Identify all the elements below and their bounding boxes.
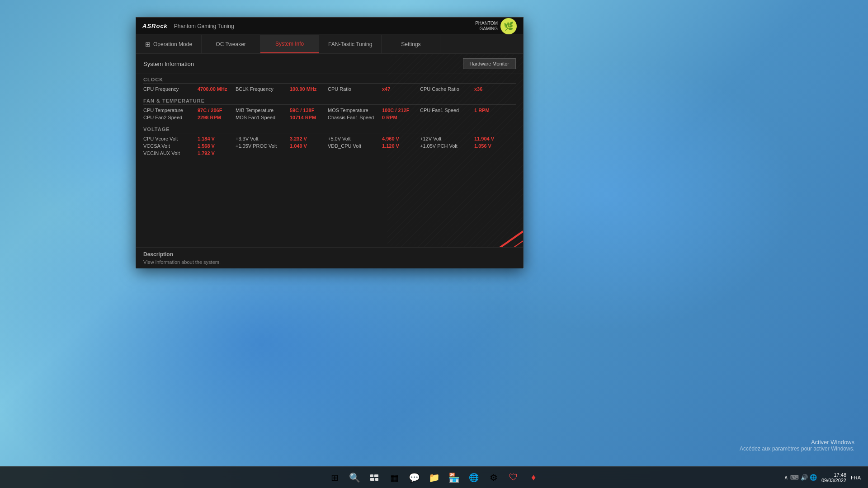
cpu-ratio-value: x47 bbox=[382, 86, 418, 92]
vdd-cpu-value: 1.120 V bbox=[382, 143, 418, 149]
tab-operation-mode[interactable]: ⊞ Operation Mode bbox=[136, 35, 202, 53]
phantom-icon: 🌿 bbox=[500, 18, 517, 34]
v50-label: +5.0V Volt bbox=[328, 136, 382, 141]
v50-item: +5.0V Volt 4.960 V bbox=[328, 136, 418, 141]
asrock-logo: ASRock bbox=[142, 23, 168, 29]
svg-rect-3 bbox=[375, 478, 378, 481]
svg-rect-0 bbox=[370, 474, 373, 477]
activate-line1: Activer Windows bbox=[740, 439, 854, 446]
taskbar-time: 17:48 bbox=[821, 472, 846, 478]
chat-button[interactable]: 💬 bbox=[405, 469, 423, 487]
v33-label: +3.3V Volt bbox=[236, 136, 290, 141]
cpu-temp-item: CPU Temperature 97C / 206F bbox=[143, 108, 234, 113]
taskbar-language: FRA bbox=[851, 475, 861, 480]
bclk-frequency-value: 100.00 MHz bbox=[290, 86, 326, 92]
mb-temp-item: M/B Temperature 59C / 138F bbox=[236, 108, 326, 113]
app1-button[interactable]: ⚙ bbox=[485, 469, 503, 487]
phantom-line2: GAMING bbox=[475, 26, 498, 32]
voltage-section-title: VOLTAGE bbox=[143, 127, 516, 133]
svg-rect-1 bbox=[374, 474, 378, 477]
content-area: System Information Hardware Monitor CLOC… bbox=[136, 54, 523, 268]
v105proc-label: +1.05V PROC Volt bbox=[236, 143, 290, 149]
mos-fan1-label: MOS Fan1 Speed bbox=[236, 115, 290, 120]
cpu-frequency-item: CPU Frequency 4700.00 MHz bbox=[143, 86, 234, 92]
vdd-cpu-label: VDD_CPU Volt bbox=[328, 143, 382, 149]
v33-value: 3.232 V bbox=[290, 136, 326, 141]
tab-fan-tastic-label: FAN-Tastic Tuning bbox=[328, 41, 372, 47]
clock-section-title: CLOCK bbox=[143, 77, 516, 84]
phantom-line1: PHANTOM bbox=[475, 21, 498, 26]
vccin-aux-item: VCCIN AUX Volt 1.792 V bbox=[143, 150, 234, 156]
tab-settings[interactable]: Settings bbox=[382, 35, 440, 53]
app3-button[interactable]: ♦ bbox=[524, 469, 542, 487]
mos-fan1-item: MOS Fan1 Speed 10714 RPM bbox=[236, 115, 326, 120]
voltage-section: VOLTAGE CPU Vcore Volt 1.184 V +3.3V Vol… bbox=[136, 124, 523, 160]
chassis-fan1-value: 0 RPM bbox=[382, 115, 418, 120]
cpu-vcore-item: CPU Vcore Volt 1.184 V bbox=[143, 136, 234, 141]
taskview-button[interactable] bbox=[365, 469, 383, 487]
cpu-fan1-item: CPU Fan1 Speed 1 RPM bbox=[420, 108, 510, 113]
v105pch-value: 1.056 V bbox=[474, 143, 510, 149]
cpu-vcore-label: CPU Vcore Volt bbox=[143, 136, 198, 141]
section-header: System Information Hardware Monitor bbox=[136, 54, 523, 74]
tab-system-info[interactable]: System Info bbox=[260, 35, 319, 53]
volume-icon[interactable]: 🔊 bbox=[801, 474, 808, 481]
vccsa-label: VCCSA Volt bbox=[143, 143, 198, 149]
tab-system-info-label: System Info bbox=[275, 41, 304, 47]
bclk-frequency-item: BCLK Frequency 100.00 MHz bbox=[236, 86, 326, 92]
tab-oc-tweaker-label: OC Tweaker bbox=[216, 41, 245, 47]
mos-fan1-value: 10714 RPM bbox=[290, 115, 326, 120]
cpu-vcore-value: 1.184 V bbox=[198, 136, 234, 141]
chassis-fan1-item: Chassis Fan1 Speed 0 RPM bbox=[328, 115, 418, 120]
v12-value: 11.904 V bbox=[474, 136, 510, 141]
tab-oc-tweaker[interactable]: OC Tweaker bbox=[202, 35, 260, 53]
nav-bar: ⊞ Operation Mode OC Tweaker System Info … bbox=[136, 35, 523, 54]
app-title: Phantom Gaming Tuning bbox=[174, 23, 234, 29]
fan-temp-section-title: FAN & TEMPERATURE bbox=[143, 98, 516, 105]
tray-arrow[interactable]: ∧ bbox=[784, 474, 788, 481]
store-button[interactable]: 🏪 bbox=[445, 469, 463, 487]
title-bar: ASRock Phantom Gaming Tuning PHANTOM GAM… bbox=[136, 18, 523, 35]
phantom-gaming-logo: PHANTOM GAMING 🌿 bbox=[475, 18, 517, 34]
mos-temp-value: 100C / 212F bbox=[382, 108, 418, 113]
vdd-cpu-item: VDD_CPU Volt 1.120 V bbox=[328, 143, 418, 149]
edge-button[interactable]: 🌐 bbox=[465, 469, 483, 487]
cpu-ratio-item: CPU Ratio x47 bbox=[328, 86, 418, 92]
voltage-row-2: VCCSA Volt 1.568 V +1.05V PROC Volt 1.04… bbox=[143, 142, 516, 150]
description-title: Description bbox=[143, 251, 516, 258]
network-icon[interactable]: 🌐 bbox=[810, 474, 817, 481]
chassis-fan1-label: Chassis Fan1 Speed bbox=[328, 115, 382, 120]
fan-temp-row-1: CPU Temperature 97C / 206F M/B Temperatu… bbox=[143, 107, 516, 114]
file-explorer-button[interactable]: 📁 bbox=[425, 469, 443, 487]
cpu-cache-ratio-label: CPU Cache Ratio bbox=[420, 86, 474, 92]
taskbar-icons: ⊞ 🔍 ▦ 💬 📁 🏪 🌐 ⚙ 🛡 ♦ bbox=[326, 469, 542, 487]
app-window: ASRock Phantom Gaming Tuning PHANTOM GAM… bbox=[136, 17, 524, 268]
v105pch-item: +1.05V PCH Volt 1.056 V bbox=[420, 143, 510, 149]
widgets-button[interactable]: ▦ bbox=[385, 469, 403, 487]
v50-value: 4.960 V bbox=[382, 136, 418, 141]
search-button[interactable]: 🔍 bbox=[345, 469, 363, 487]
taskbar: ⊞ 🔍 ▦ 💬 📁 🏪 🌐 ⚙ 🛡 ♦ ∧ ⌨ 🔊 🌐 17:48 09/03/… bbox=[0, 466, 868, 488]
app2-button[interactable]: 🛡 bbox=[505, 469, 523, 487]
description-text: View information about the system. bbox=[143, 259, 516, 265]
cpu-cache-ratio-item: CPU Cache Ratio x36 bbox=[420, 86, 510, 92]
cpu-fan1-value: 1 RPM bbox=[474, 108, 510, 113]
cpu-frequency-label: CPU Frequency bbox=[143, 86, 198, 92]
tab-settings-label: Settings bbox=[401, 41, 420, 47]
v105pch-label: +1.05V PCH Volt bbox=[420, 143, 474, 149]
section-title: System Information bbox=[143, 61, 194, 67]
tab-fan-tastic[interactable]: FAN-Tastic Tuning bbox=[319, 35, 382, 53]
v105proc-value: 1.040 V bbox=[290, 143, 326, 149]
v12-item: +12V Volt 11.904 V bbox=[420, 136, 510, 141]
cpu-cache-ratio-value: x36 bbox=[474, 86, 510, 92]
taskbar-date: 09/03/2022 bbox=[821, 478, 846, 483]
vccin-aux-label: VCCIN AUX Volt bbox=[143, 150, 198, 156]
clock-data-row: CPU Frequency 4700.00 MHz BCLK Frequency… bbox=[143, 85, 516, 93]
activate-line2: Accédez aux paramètres pour activer Wind… bbox=[740, 446, 854, 452]
cpu-temp-label: CPU Temperature bbox=[143, 108, 198, 113]
start-button[interactable]: ⊞ bbox=[326, 469, 344, 487]
taskbar-time-date[interactable]: 17:48 09/03/2022 bbox=[821, 472, 846, 483]
hardware-monitor-button[interactable]: Hardware Monitor bbox=[463, 58, 516, 69]
voltage-row-1: CPU Vcore Volt 1.184 V +3.3V Volt 3.232 … bbox=[143, 135, 516, 142]
activate-watermark: Activer Windows Accédez aux paramètres p… bbox=[740, 439, 854, 452]
